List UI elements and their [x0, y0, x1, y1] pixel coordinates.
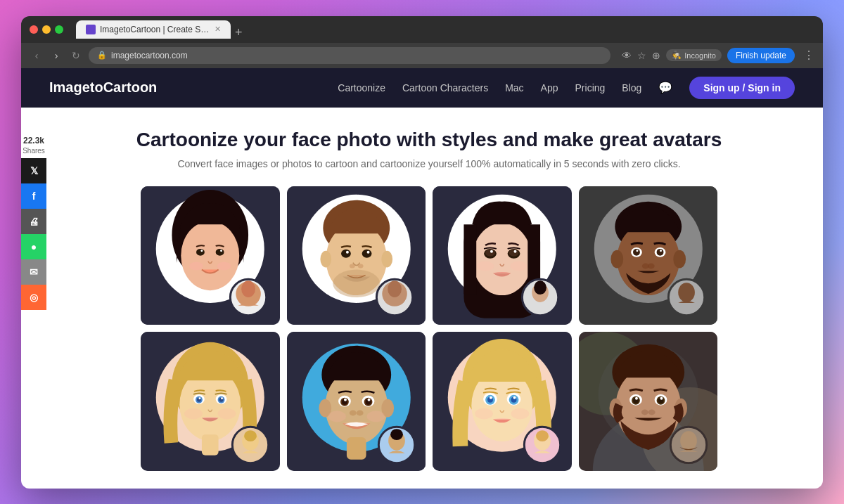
incognito-badge: 🕵 Incognito [666, 49, 722, 61]
active-tab[interactable]: ImagetoCartoon | Create Stu... ✕ [76, 20, 231, 39]
svg-point-79 [244, 430, 257, 441]
star-icon[interactable]: ☆ [637, 50, 646, 61]
svg-point-22 [345, 250, 348, 253]
svg-point-135 [660, 397, 663, 400]
svg-point-134 [634, 397, 637, 400]
svg-point-21 [362, 249, 371, 257]
address-text: imagetocartoon.com [111, 51, 602, 60]
whatsapp-share-button[interactable]: ● [21, 234, 46, 259]
svg-point-20 [341, 249, 351, 257]
fullscreen-icon[interactable] [55, 25, 63, 34]
svg-point-25 [357, 264, 363, 268]
svg-point-139 [680, 431, 697, 451]
svg-point-115 [511, 408, 530, 420]
browser-window: ImagetoCartoon | Create Stu... ✕ + ‹ › ↻… [21, 16, 823, 489]
svg-point-136 [641, 410, 648, 415]
nav-mac[interactable]: Mac [505, 82, 523, 93]
main-content: 22.3k Shares 𝕏 f 🖨 ● ✉ ◎ Cartoonize your… [21, 108, 823, 489]
svg-point-39 [490, 250, 493, 252]
translate-icon[interactable]: ⊕ [652, 50, 660, 61]
nav-blog[interactable]: Blog [622, 82, 641, 93]
svg-point-51 [673, 250, 686, 268]
signup-button[interactable]: Sign up / Sign in [689, 77, 795, 99]
minimize-icon[interactable] [42, 25, 51, 34]
traffic-lights [30, 25, 63, 34]
gallery-item[interactable] [579, 186, 718, 325]
shares-label: Shares [23, 147, 45, 155]
lock-icon: 🔒 [97, 51, 107, 60]
svg-rect-66 [202, 434, 219, 455]
gallery-item[interactable] [287, 332, 426, 471]
svg-point-3 [181, 221, 239, 290]
content-area: Cartoonize your face photo with styles a… [21, 108, 823, 489]
svg-rect-33 [463, 224, 476, 294]
forward-button[interactable]: › [49, 50, 63, 61]
eye-off-icon[interactable]: 👁 [622, 50, 632, 61]
svg-point-5 [216, 248, 224, 255]
nav-icons: 👁 ☆ ⊕ [622, 50, 660, 61]
site-nav: Cartoonize Cartoon Characters Mac App Pr… [157, 77, 795, 99]
nav-cartoonize[interactable]: Cartoonize [338, 82, 385, 93]
svg-point-94 [367, 399, 370, 401]
website: ImagetoCartoon Cartoonize Cartoon Charac… [21, 68, 823, 489]
twitter-share-button[interactable]: 𝕏 [21, 158, 46, 183]
email-share-button[interactable]: ✉ [21, 259, 46, 285]
gallery-item[interactable] [433, 186, 572, 325]
site-logo[interactable]: ImagetoCartoon [49, 79, 157, 96]
svg-point-24 [349, 264, 354, 268]
svg-point-9 [217, 261, 231, 270]
back-button[interactable]: ‹ [30, 50, 44, 61]
svg-point-7 [220, 250, 222, 252]
hero-subtitle: Convert face images or photos to cartoon… [177, 158, 680, 169]
svg-point-61 [678, 283, 695, 302]
close-icon[interactable] [30, 25, 38, 34]
svg-point-112 [490, 396, 492, 399]
svg-point-97 [328, 411, 346, 422]
generic-share-button[interactable]: ◎ [21, 285, 46, 310]
browser-chrome: ImagetoCartoon | Create Stu... ✕ + ‹ › ↻… [21, 16, 823, 68]
title-bar: ImagetoCartoon | Create Stu... ✕ + [21, 16, 823, 43]
reload-button[interactable]: ↻ [69, 50, 83, 61]
browser-menu-icon[interactable]: ⋮ [803, 49, 814, 62]
svg-point-38 [509, 249, 519, 256]
svg-point-76 [218, 408, 236, 420]
hero-title: Cartoonize your face photo with styles a… [136, 129, 722, 151]
new-tab-button[interactable]: + [235, 26, 243, 39]
svg-point-95 [349, 411, 356, 416]
svg-point-37 [485, 249, 495, 256]
gallery-item[interactable] [141, 332, 280, 471]
nav-pricing[interactable]: Pricing [575, 82, 606, 93]
svg-point-101 [390, 429, 403, 440]
svg-point-23 [366, 250, 369, 253]
svg-point-6 [200, 250, 203, 252]
svg-point-114 [475, 408, 493, 420]
svg-point-50 [610, 250, 623, 268]
svg-point-93 [343, 399, 346, 401]
svg-point-74 [221, 397, 223, 399]
svg-point-55 [656, 248, 663, 255]
svg-point-8 [189, 261, 203, 270]
gallery-item[interactable] [287, 186, 426, 325]
print-button[interactable]: 🖨 [21, 209, 46, 234]
nav-bar: ‹ › ↻ 🔒 imagetocartoon.com 👁 ☆ ⊕ 🕵 Incog… [21, 43, 823, 68]
nav-cartoon-characters[interactable]: Cartoon Characters [402, 82, 488, 93]
tab-close-icon[interactable]: ✕ [215, 25, 221, 34]
finish-update-button[interactable]: Finish update [727, 48, 795, 63]
gallery-item[interactable] [433, 332, 572, 471]
social-sidebar: 22.3k Shares 𝕏 f 🖨 ● ✉ ◎ [21, 136, 46, 311]
tab-bar: ImagetoCartoon | Create Stu... ✕ + [76, 20, 814, 39]
svg-point-18 [381, 250, 392, 267]
discord-icon[interactable]: 💬 [658, 81, 672, 94]
facebook-share-button[interactable]: f [21, 183, 46, 209]
svg-point-113 [513, 396, 516, 399]
gallery-item[interactable] [579, 332, 718, 471]
address-bar[interactable]: 🔒 imagetocartoon.com [89, 47, 610, 64]
svg-point-75 [184, 408, 203, 420]
svg-point-118 [536, 430, 549, 441]
share-count: 22.3k Shares [23, 136, 45, 156]
svg-point-19 [333, 269, 380, 297]
site-header: ImagetoCartoon Cartoonize Cartoon Charac… [21, 68, 823, 108]
nav-app[interactable]: App [541, 82, 558, 93]
gallery-item[interactable] [141, 186, 280, 325]
svg-point-4 [196, 248, 205, 255]
